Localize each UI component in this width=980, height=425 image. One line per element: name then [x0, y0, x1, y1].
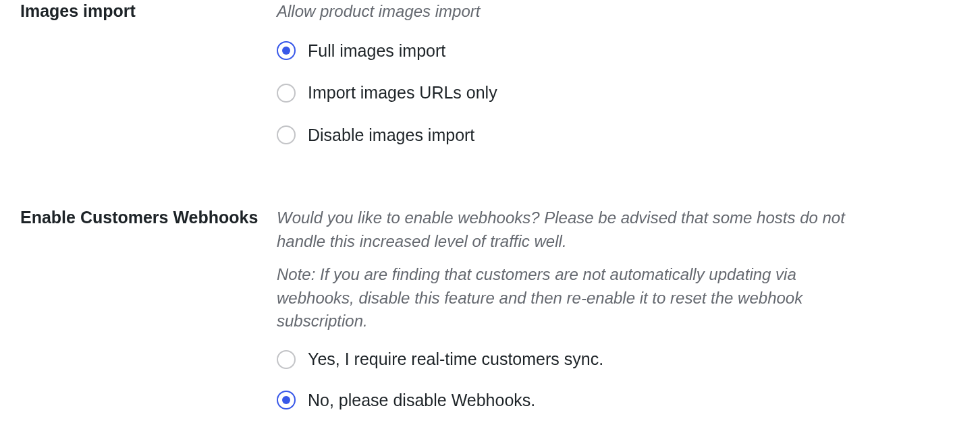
images-import-section: Images import Allow product images impor… [20, 0, 960, 146]
customers-webhooks-label: Enable Customers Webhooks [20, 206, 277, 229]
images-import-option-urls[interactable]: Import images URLs only [277, 82, 864, 104]
radio-icon [277, 41, 296, 60]
customers-webhooks-radio-group: Yes, I require real-time customers sync.… [277, 348, 864, 411]
radio-icon [277, 391, 296, 409]
radio-label: Full images import [308, 40, 445, 62]
radio-label: Disable images import [308, 124, 474, 146]
images-import-helper: Allow product images import [277, 0, 864, 24]
images-import-radio-group: Full images import Import images URLs on… [277, 40, 864, 146]
radio-icon [277, 84, 296, 103]
radio-label: Import images URLs only [308, 82, 497, 104]
customers-webhooks-section: Enable Customers Webhooks Would you like… [20, 206, 960, 425]
radio-icon [277, 125, 296, 144]
customers-webhooks-option-no[interactable]: No, please disable Webhooks. [277, 389, 864, 412]
images-import-label: Images import [20, 0, 277, 23]
customers-webhooks-helper-1: Would you like to enable webhooks? Pleas… [277, 206, 864, 254]
images-import-content: Allow product images import Full images … [277, 0, 864, 146]
customers-webhooks-content: Would you like to enable webhooks? Pleas… [277, 206, 864, 425]
radio-label: No, please disable Webhooks. [308, 389, 535, 412]
customers-webhooks-helper-2: Note: If you are finding that customers … [277, 263, 864, 333]
images-import-option-disable[interactable]: Disable images import [277, 124, 864, 146]
customers-webhooks-option-yes[interactable]: Yes, I require real-time customers sync. [277, 348, 864, 370]
images-import-option-full[interactable]: Full images import [277, 40, 864, 62]
radio-label: Yes, I require real-time customers sync. [308, 348, 603, 370]
radio-icon [277, 350, 296, 369]
